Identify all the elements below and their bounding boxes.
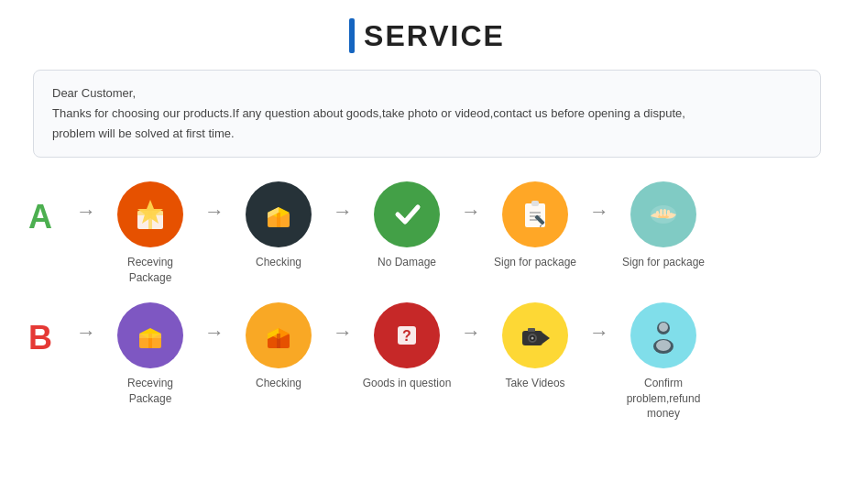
item-label-a3: No Damage [378, 255, 436, 270]
icon-a5 [630, 181, 696, 247]
page-title: SERVICE [364, 19, 505, 53]
icon-b4 [502, 302, 568, 368]
svg-rect-19 [663, 209, 666, 216]
flow-section-a: A → Receving Package [28, 181, 826, 286]
title-accent [349, 18, 355, 53]
flow-item-a4: Sign for package [485, 181, 586, 270]
icon-a2 [246, 181, 312, 247]
icon-a3 [374, 181, 440, 247]
svg-rect-17 [656, 211, 659, 216]
svg-rect-6 [277, 213, 280, 227]
svg-point-40 [656, 340, 671, 351]
item-label-a1: Receving Package [104, 255, 196, 286]
svg-rect-24 [139, 334, 161, 338]
notice-line1: Dear Customer, [52, 83, 802, 104]
svg-point-39 [659, 323, 668, 332]
flow-items-a: → Receving Package → [72, 181, 826, 286]
flow-item-a5: Sign for package [613, 181, 714, 270]
arrow-4a: → [586, 202, 613, 222]
flow-item-a1: Receving Package [100, 181, 201, 286]
svg-text:?: ? [402, 328, 411, 344]
arrow-1a: → [201, 202, 228, 222]
item-label-b5: Confirm problem,refund money [618, 376, 709, 422]
item-label-b3: Goods in question [363, 376, 452, 391]
title-bar: SERVICE [349, 18, 505, 53]
item-label-b4: Take Videos [505, 376, 564, 391]
row-label-a: A [28, 198, 65, 236]
icon-a4 [502, 181, 568, 247]
flow-items-b: → Receving Package → [72, 302, 826, 422]
flow-section-b: B → Receving Package → [28, 302, 826, 422]
arrow-0a: → [72, 202, 100, 222]
svg-rect-3 [148, 211, 152, 229]
arrow-3b: → [457, 323, 485, 343]
arrow-2a: → [329, 202, 356, 222]
svg-rect-35 [528, 328, 535, 332]
item-label-a4: Sign for package [494, 255, 576, 270]
icon-b3: ? [374, 302, 440, 368]
flow-item-b4: Take Videos [485, 302, 586, 391]
flow-item-b3: ? Goods in question [356, 302, 457, 391]
notice-line3: problem will be solved at first time. [52, 124, 802, 144]
item-label-b1: Receving Package [104, 376, 196, 407]
arrow-1b: → [201, 323, 228, 343]
arrow-2b: → [329, 323, 356, 343]
icon-b5 [630, 302, 696, 368]
icon-b1 [117, 302, 183, 368]
icon-a1 [117, 181, 183, 247]
flow-item-a3: No Damage [356, 181, 457, 270]
item-label-a5: Sign for package [622, 255, 705, 270]
svg-rect-20 [667, 210, 670, 216]
flow-item-b2: Checking [228, 302, 329, 391]
flow-row-a: A → Receving Package [28, 181, 826, 286]
svg-marker-36 [542, 333, 550, 344]
arrow-4b: → [586, 323, 613, 343]
flow-item-b1: Receving Package [100, 302, 201, 407]
flow-row-b: B → Receving Package → [28, 302, 826, 422]
svg-point-34 [531, 336, 534, 339]
svg-rect-18 [660, 209, 662, 216]
flow-item-a2: Checking [228, 181, 329, 270]
svg-rect-9 [531, 201, 539, 206]
icon-b2 [246, 302, 312, 368]
arrow-0b: → [72, 323, 100, 343]
notice-line2: Thanks for choosing our products.If any … [52, 104, 802, 124]
item-label-a2: Checking [256, 255, 301, 270]
notice-box: Dear Customer, Thanks for choosing our p… [33, 70, 821, 158]
item-label-b2: Checking [256, 376, 301, 391]
arrow-3a: → [457, 202, 485, 222]
flow-item-b5: Confirm problem,refund money [613, 302, 714, 422]
row-label-b: B [28, 319, 65, 357]
svg-rect-28 [277, 334, 280, 348]
